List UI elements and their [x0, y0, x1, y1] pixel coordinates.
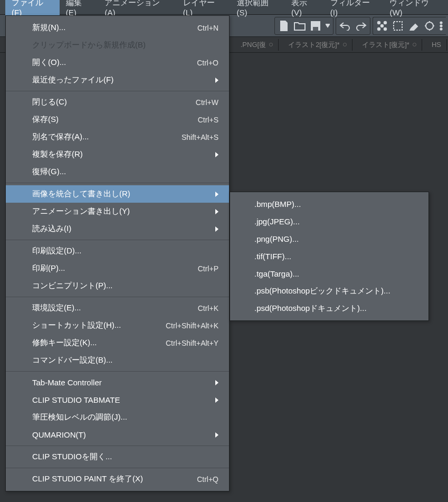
submenu-item[interactable]: .bmp(BMP)...	[230, 195, 428, 213]
menu-item-shortcut: Ctrl+N	[197, 24, 218, 32]
menu-item[interactable]: コマンドバー設定(B)...	[6, 352, 229, 369]
toolbar-group-undo	[336, 17, 370, 35]
new-icon[interactable]	[276, 18, 292, 34]
open-icon[interactable]	[292, 18, 308, 34]
menu-item[interactable]: 開く(O)...Ctrl+O	[6, 54, 229, 71]
tab-label: HS	[432, 41, 441, 49]
menu-item[interactable]: アニメーション書き出し(Y)	[6, 203, 229, 220]
menu-item[interactable]: Tab-Mate Controller	[6, 374, 229, 391]
submenu-item[interactable]: .png(PNG)...	[230, 230, 428, 248]
menu-item-shortcut: Ctrl+O	[197, 59, 218, 67]
menu-item[interactable]: CLIP STUDIOを開く...	[6, 448, 229, 466]
menu-item[interactable]: コンビニプリント(P)...	[6, 277, 229, 295]
menu-item-shortcut: Ctrl+Q	[197, 475, 218, 484]
more-icon[interactable]	[437, 18, 445, 34]
redo-icon[interactable]	[353, 18, 369, 34]
menu-item-label: 新規(N)...	[32, 23, 187, 33]
menu-item[interactable]: 筆圧検知レベルの調節(J)...	[6, 409, 229, 426]
svg-point-5	[384, 27, 386, 30]
nodes-icon[interactable]	[374, 18, 390, 34]
menu-item-shortcut: Ctrl+S	[198, 116, 218, 124]
submenu-arrow-icon	[215, 380, 218, 385]
svg-point-6	[381, 24, 383, 26]
submenu-item-label: .png(PNG)...	[254, 234, 418, 243]
menubar-item-5[interactable]: 表示(V)	[285, 0, 324, 18]
menu-item-label: アニメーション書き出し(Y)	[32, 206, 207, 216]
svg-point-2	[378, 21, 380, 23]
submenu-arrow-icon	[215, 78, 218, 83]
menu-separator	[6, 183, 229, 183]
toolbar-group-file	[274, 17, 333, 35]
menu-item-label: 開く(O)...	[32, 58, 186, 68]
menu-item-label: クリップボードから新規作成(B)	[32, 40, 218, 50]
submenu-item[interactable]: .tga(Targa)...	[230, 265, 428, 282]
svg-point-9	[440, 22, 442, 23]
tab-label: .PNG[復	[241, 40, 266, 50]
svg-point-11	[440, 28, 442, 30]
submenu-item-label: .tga(Targa)...	[254, 269, 418, 278]
toggle-arrow-icon[interactable]	[323, 18, 332, 34]
svg-point-4	[378, 27, 380, 30]
submenu-item[interactable]: .psb(Photoshopビックドキュメント)...	[230, 282, 428, 300]
menu-item-label: コンビニプリント(P)...	[32, 281, 218, 291]
svg-point-10	[440, 25, 442, 26]
menu-item[interactable]: 印刷設定(D)...	[6, 242, 229, 260]
submenu-arrow-icon	[215, 192, 218, 197]
menu-item[interactable]: CLIP STUDIO TABMATE	[6, 391, 229, 409]
close-icon[interactable]	[343, 43, 347, 46]
menu-item[interactable]: ショートカット設定(H)...Ctrl+Shift+Alt+K	[6, 317, 229, 334]
selection-icon[interactable]	[390, 18, 406, 34]
menu-item[interactable]: 環境設定(E)...Ctrl+K	[6, 299, 229, 317]
menu-item-label: 読み込み(I)	[32, 224, 207, 234]
menu-item-label: 最近使ったファイル(F)	[32, 75, 207, 85]
submenu-item[interactable]: .jpg(JPEG)...	[230, 213, 428, 230]
menu-separator	[6, 371, 229, 372]
document-tab-1[interactable]: イラスト2[復元]*	[283, 39, 352, 51]
close-icon[interactable]	[413, 43, 416, 46]
menu-item[interactable]: 復帰(G)...	[6, 163, 229, 181]
menubar: ファイル(F)編集(E)アニメーション(A)レイヤー(L)選択範囲(S)表示(V…	[0, 0, 448, 15]
document-tab-2[interactable]: イラスト[復元]*	[357, 39, 422, 51]
document-tab-0[interactable]: .PNG[復	[235, 39, 279, 51]
menu-item-label: 筆圧検知レベルの調節(J)...	[32, 412, 218, 422]
svg-rect-7	[394, 22, 402, 30]
menu-item[interactable]: 画像を統合して書き出し(R)	[6, 185, 229, 203]
menu-item-label: 画像を統合して書き出し(R)	[32, 189, 207, 199]
document-tab-3[interactable]: HS	[426, 39, 447, 51]
tab-label: イラスト2[復元]*	[288, 40, 340, 50]
eraser-icon[interactable]	[406, 18, 422, 34]
menu-item-label: CLIP STUDIO TABMATE	[32, 395, 207, 404]
submenu-item[interactable]: .tif(TIFF)...	[230, 248, 428, 265]
menubar-item-4[interactable]: 選択範囲(S)	[231, 0, 285, 18]
menu-item[interactable]: 印刷(P)...Ctrl+P	[6, 260, 229, 277]
menubar-item-6[interactable]: フィルター(I)	[324, 0, 384, 18]
menu-item[interactable]: QUMARION(T)	[6, 426, 229, 443]
menu-item[interactable]: 修飾キー設定(K)...Ctrl+Shift+Alt+Y	[6, 334, 229, 352]
submenu-item-label: .bmp(BMP)...	[254, 200, 418, 209]
menu-item[interactable]: 最近使ったファイル(F)	[6, 71, 229, 89]
submenu-item-label: .jpg(JPEG)...	[254, 217, 418, 226]
undo-icon[interactable]	[337, 18, 353, 34]
submenu-item-label: .tif(TIFF)...	[254, 252, 418, 261]
menu-item[interactable]: CLIP STUDIO PAINT を終了(X)Ctrl+Q	[6, 470, 229, 488]
menu-item[interactable]: 別名で保存(A)...Shift+Alt+S	[6, 128, 229, 146]
transform-icon[interactable]	[422, 18, 437, 34]
menu-item-label: Tab-Mate Controller	[32, 378, 207, 387]
menu-item[interactable]: 新規(N)...Ctrl+N	[6, 19, 229, 36]
menu-item[interactable]: 閉じる(C)Ctrl+W	[6, 93, 229, 111]
submenu-item[interactable]: .psd(Photoshopドキュメント)...	[230, 300, 428, 317]
menu-item-shortcut: Ctrl+Shift+Alt+Y	[166, 339, 218, 347]
svg-rect-1	[313, 27, 318, 31]
menu-item-label: CLIP STUDIO PAINT を終了(X)	[32, 474, 186, 484]
menu-item[interactable]: 読み込み(I)	[6, 220, 229, 238]
menu-item-shortcut: Ctrl+P	[198, 264, 218, 273]
menu-item-label: 別名で保存(A)...	[32, 132, 171, 142]
menu-item[interactable]: 保存(S)Ctrl+S	[6, 111, 229, 128]
save-icon[interactable]	[308, 18, 323, 34]
menu-item-label: 印刷(P)...	[32, 263, 187, 273]
menu-item-label: 復帰(G)...	[32, 167, 218, 177]
menu-item[interactable]: 複製を保存(R)	[6, 146, 229, 163]
menubar-item-7[interactable]: ウィンドウ(W)	[383, 0, 448, 18]
close-icon[interactable]	[269, 43, 273, 46]
file-menu-dropdown: 新規(N)...Ctrl+Nクリップボードから新規作成(B)開く(O)...Ct…	[5, 15, 230, 491]
